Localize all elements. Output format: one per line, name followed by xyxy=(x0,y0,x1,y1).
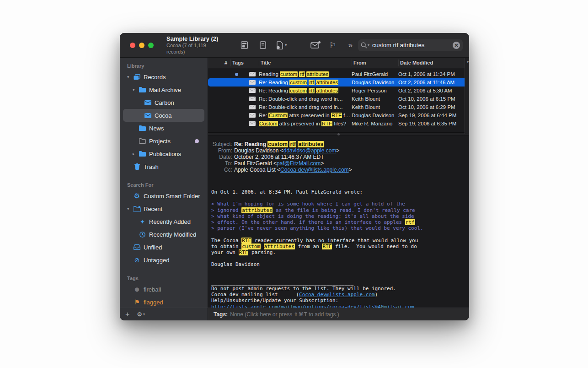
search-highlight: custom xyxy=(241,244,261,249)
message-line: ________________________________________… xyxy=(211,280,469,286)
column-header-title[interactable]: Title xyxy=(259,60,352,66)
sidebar-item-tag-fireball[interactable]: ●fireball xyxy=(123,283,204,296)
column-header-date-modified[interactable]: Date Modified xyxy=(398,60,465,66)
cell-from: Keith Blount xyxy=(352,96,398,102)
badge-dot xyxy=(318,41,321,43)
note-icon[interactable] xyxy=(260,41,266,49)
chevron-down-icon[interactable]: ▾ xyxy=(127,75,133,79)
cell-from: Douglas Davidson xyxy=(352,80,398,85)
email-envelope-icon xyxy=(247,105,259,109)
search-highlight: attributes xyxy=(298,141,324,147)
search-highlight: rtf xyxy=(309,80,314,85)
sidebar-item-tag-flagged[interactable]: ⚑flagged xyxy=(123,296,204,308)
message-line xyxy=(211,195,469,201)
table-row[interactable]: Re: Reading custom rtf attributesRoger P… xyxy=(208,87,469,95)
sidebar-item-recently-modified[interactable]: Recently Modified xyxy=(123,228,204,241)
titlebar: Sample Library (2) Cocoa (7 of 1,119 rec… xyxy=(120,33,469,58)
sidebar-item-untagged[interactable]: ⊘Untagged xyxy=(123,254,204,266)
table-row[interactable]: Re: Double-click and drag word in…Keith … xyxy=(208,95,469,103)
table-row[interactable]: Re: Double-click and drag word in…Keith … xyxy=(208,103,469,111)
close-button[interactable] xyxy=(130,43,135,48)
search-field[interactable]: ▾ ✕ xyxy=(358,39,463,51)
email-envelope-icon xyxy=(247,113,259,118)
column-options-icon[interactable]: ▾ xyxy=(467,60,469,64)
tags-bar-label: Tags: xyxy=(214,311,228,318)
cell-from: Roger Persson xyxy=(352,88,398,93)
sidebar-item-projects[interactable]: Projects xyxy=(123,135,204,147)
table-row[interactable]: Re: Custom attrs preserved in RTF f…Doug… xyxy=(208,111,469,119)
cell-title: Custom attrs preserved in RTF files? xyxy=(259,121,352,126)
sidebar-item-cocoa[interactable]: Cocoa xyxy=(123,109,204,122)
cell-date-modified: Sep 19, 2006 at 6:44 PM xyxy=(398,113,465,118)
table-row[interactable]: Re: Reading custom rtf attributesDouglas… xyxy=(208,78,469,87)
text-run xyxy=(261,244,264,249)
main-pane: # Tags Title From Date Modified Reading … xyxy=(208,58,469,308)
action-gear-icon[interactable]: ⚙▾ xyxy=(137,311,145,318)
table-row[interactable]: Reading custom rtf attributesPaul FitzGe… xyxy=(208,70,469,78)
sidebar-item-custom-smart-folder[interactable]: ⚙Custom Smart Folder xyxy=(123,189,204,202)
chevron-down-icon[interactable]: ▾ xyxy=(133,87,139,92)
table-row[interactable]: Custom attrs preserved in RTF files?Mike… xyxy=(208,119,469,128)
sidebar-item-records[interactable]: ▾Records xyxy=(123,70,204,83)
trash-icon xyxy=(133,163,141,170)
new-record-icon[interactable]: ▾ xyxy=(277,41,287,49)
email-link[interactable]: paf@FitzMail.com xyxy=(277,160,321,167)
email-icon[interactable] xyxy=(310,42,319,49)
sidebar-item-label: Carbon xyxy=(155,99,174,106)
message-line xyxy=(211,231,469,237)
chevron-right-icon[interactable]: ▸ xyxy=(133,152,139,156)
search-input[interactable] xyxy=(372,42,453,49)
record-viewer-icon[interactable] xyxy=(241,41,249,49)
mailbox-icon xyxy=(144,100,152,105)
sidebar-item-mail-archive[interactable]: ▾Mail Archive xyxy=(123,83,204,96)
column-header-icon[interactable] xyxy=(247,60,259,66)
traffic-lights xyxy=(130,43,154,48)
tray-icon xyxy=(133,244,141,250)
sidebar-item-label: Recently Modified xyxy=(149,231,196,238)
sidebar-item-trash[interactable]: Trash xyxy=(123,160,204,173)
table-scrollbar[interactable]: ▾ xyxy=(465,58,469,134)
message-line xyxy=(211,255,469,261)
message-header-line: To:Paul FitzGerald <paf@FitzMail.com> xyxy=(208,160,469,167)
tags-bar-hint[interactable]: None (Click here or press ⇧⌘T to add tag… xyxy=(230,311,339,318)
text-run: Apple Cocoa List < xyxy=(234,167,280,173)
cell-title: Re: Reading custom rtf attributes xyxy=(259,88,352,93)
column-header-from[interactable]: From xyxy=(352,60,398,66)
sidebar-item-unfiled[interactable]: Unfiled xyxy=(123,241,204,254)
flag-icon[interactable]: ⚐ xyxy=(329,41,336,50)
email-link[interactable]: Cocoa-dev@lists.apple.com xyxy=(280,167,349,173)
sidebar-item-news[interactable]: News xyxy=(123,122,204,135)
sidebar-item-publications[interactable]: ▸Publications xyxy=(123,147,204,160)
clear-search-icon[interactable]: ✕ xyxy=(453,42,460,49)
sidebar-item-recent[interactable]: ▾Recent xyxy=(123,202,204,215)
search-highlight: Custom xyxy=(259,121,278,126)
toolbar-overflow-icon[interactable]: » xyxy=(348,41,352,50)
email-link[interactable]: ddavidso@apple.com xyxy=(283,147,337,154)
text-run: reader currently has no interface that w… xyxy=(251,238,418,244)
column-header-tags[interactable]: Tags xyxy=(230,60,247,66)
records-icon xyxy=(133,74,141,80)
text-run: October 2, 2006 at 11:46:37 AM EDT xyxy=(234,154,324,160)
chevron-down-icon[interactable]: ▾ xyxy=(127,206,133,211)
folder-icon xyxy=(139,87,146,92)
email-link[interactable]: http://lists.apple.com/mailman/options/c… xyxy=(211,304,414,308)
search-highlight: rtf xyxy=(299,71,305,77)
text-run: > xyxy=(349,167,352,173)
header-label: From: xyxy=(208,147,234,154)
add-source-button[interactable]: + xyxy=(125,311,129,318)
sidebar-item-label: Trash xyxy=(144,163,159,170)
email-link[interactable]: Cocoa-dev@lists.apple.com xyxy=(299,292,375,298)
sidebar-item-carbon[interactable]: Carbon xyxy=(123,96,204,109)
column-header-number[interactable]: # xyxy=(208,60,230,66)
search-highlight: custom xyxy=(280,71,298,77)
text-run: Douglas Davidson xyxy=(211,261,260,267)
sidebar-item-label: Recently Added xyxy=(149,218,191,225)
sidebar-item-recently-added[interactable]: ✦Recently Added xyxy=(123,215,204,228)
zoom-button[interactable] xyxy=(148,43,154,48)
pane-splitter[interactable] xyxy=(208,132,469,136)
search-scope-chevron-icon[interactable]: ▾ xyxy=(368,43,369,47)
minimize-button[interactable] xyxy=(139,43,144,48)
message-headers: Subject:Re: Reading custom rtf attribute… xyxy=(208,141,469,173)
cell-title: Re: Custom attrs preserved in RTF f… xyxy=(259,113,352,118)
sidebar: Library▾Records▾Mail ArchiveCarbonCocoaN… xyxy=(120,58,208,308)
